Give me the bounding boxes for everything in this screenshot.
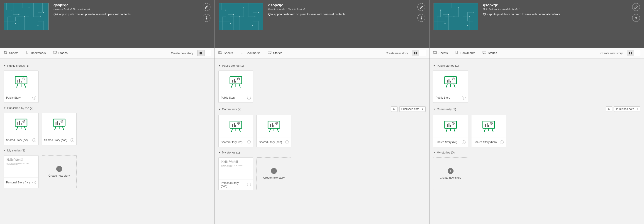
app-header: qsop2qc Data last loaded: No data loaded… xyxy=(0,0,214,48)
app-thumbnail xyxy=(434,3,478,30)
chevron-down-icon: ▼ xyxy=(433,108,436,110)
svg-point-59 xyxy=(254,16,255,17)
info-icon[interactable]: i xyxy=(32,138,36,142)
section-header[interactable]: ▼ My stories (1) xyxy=(218,150,426,155)
list-view-button[interactable] xyxy=(419,50,426,56)
chevron-down-icon: ▼ xyxy=(218,151,221,154)
svg-point-2 xyxy=(18,14,19,15)
story-title: Public Story xyxy=(436,96,460,99)
story-card[interactable]: Shared Story (rvr) i xyxy=(4,113,38,145)
list-view-button[interactable] xyxy=(204,50,211,56)
svg-rect-136 xyxy=(629,53,630,54)
app-title: qsop2qc xyxy=(54,3,198,7)
story-card[interactable]: Hello World!LOREM IPSUM DOLOR SIT AMET C… xyxy=(218,157,253,190)
info-icon[interactable]: i xyxy=(247,96,251,100)
section-title: Published by me (2) xyxy=(7,106,34,110)
create-new-story-link[interactable]: Create new story xyxy=(167,48,197,58)
info-icon[interactable]: i xyxy=(70,138,74,142)
sort-direction-button[interactable] xyxy=(391,106,398,112)
view-toggle xyxy=(412,50,426,56)
info-icon[interactable]: i xyxy=(247,183,251,186)
settings-button[interactable] xyxy=(203,14,210,22)
grid-view-button[interactable] xyxy=(198,50,204,56)
edit-button[interactable] xyxy=(632,3,640,11)
section-header[interactable]: ▼ Community (2) Published date▼ xyxy=(433,106,640,113)
info-icon[interactable]: i xyxy=(32,96,36,100)
tab-sheets[interactable]: Sheets xyxy=(430,48,451,58)
section-header[interactable]: ▼ Public stories (1) xyxy=(4,63,211,68)
story-card[interactable]: Shared Story (rvr) i xyxy=(433,115,468,147)
stories-icon xyxy=(482,51,486,55)
info-icon[interactable]: i xyxy=(285,140,289,144)
svg-line-133 xyxy=(485,53,486,54)
story-card[interactable]: Shared Story (bob) i xyxy=(256,115,292,147)
story-card[interactable]: Shared Story (bob) i xyxy=(42,113,77,145)
svg-rect-46 xyxy=(53,119,65,126)
grid-view-button[interactable] xyxy=(627,50,634,56)
section-header[interactable]: ▼ Community (2) Published date▼ xyxy=(218,106,426,113)
edit-button[interactable] xyxy=(203,3,210,11)
list-view-button[interactable] xyxy=(634,50,640,56)
svg-rect-166 xyxy=(488,125,489,127)
create-card-label: Create new story xyxy=(263,176,284,179)
create-story-card[interactable]: + Create new story xyxy=(256,157,292,190)
sort-field-dropdown[interactable]: Published date▼ xyxy=(614,106,640,112)
svg-rect-157 xyxy=(448,123,450,127)
stories-icon xyxy=(268,51,272,55)
sort-direction-button[interactable] xyxy=(606,106,612,112)
story-card[interactable]: Public Story i xyxy=(433,70,468,103)
info-icon[interactable]: i xyxy=(32,181,36,184)
story-card[interactable]: Public Story i xyxy=(218,70,253,103)
svg-rect-88 xyxy=(232,80,233,82)
svg-line-104 xyxy=(270,128,271,132)
tab-stories[interactable]: Stories xyxy=(50,48,71,58)
tab-stories[interactable]: Stories xyxy=(479,48,501,58)
story-card[interactable]: Hello World!LOREM IPSUM DOLOR SIT AMET C… xyxy=(4,155,38,188)
app-description: Qlik app to push from on prem to saas wi… xyxy=(483,13,627,16)
tab-bookmarks[interactable]: Bookmarks xyxy=(451,48,479,58)
svg-point-120 xyxy=(636,18,637,18)
tab-sheets[interactable]: Sheets xyxy=(0,48,22,58)
tab-bookmarks[interactable]: Bookmarks xyxy=(236,48,264,58)
edit-button[interactable] xyxy=(418,3,425,11)
story-section: ▼ Public stories (1) Public Story i xyxy=(433,63,640,103)
create-new-story-link[interactable]: Create new story xyxy=(596,48,627,58)
create-story-card[interactable]: + Create new story xyxy=(433,157,468,190)
svg-point-58 xyxy=(239,16,240,17)
svg-point-56 xyxy=(233,14,234,15)
story-card[interactable]: Shared Story (bob) i xyxy=(471,115,506,147)
chevron-down-icon: ▼ xyxy=(218,108,221,110)
info-icon[interactable]: i xyxy=(247,140,251,144)
settings-button[interactable] xyxy=(632,14,640,22)
settings-button[interactable] xyxy=(418,14,425,22)
create-new-story-link[interactable]: Create new story xyxy=(382,48,412,58)
svg-rect-23 xyxy=(200,52,201,53)
section-header[interactable]: ▼ Published by me (2) xyxy=(4,106,211,111)
app-subtitle: Data last loaded: No data loaded xyxy=(268,8,412,10)
section-header[interactable]: ▼ Public stories (1) xyxy=(433,63,640,68)
story-card[interactable]: Public Story i xyxy=(4,70,38,103)
section-title: Community (2) xyxy=(222,108,241,111)
story-title: Personal Story (rvr) xyxy=(6,181,31,184)
info-icon[interactable]: i xyxy=(462,140,466,144)
section-header[interactable]: ▼ My stories (1) xyxy=(4,148,211,153)
info-icon[interactable]: i xyxy=(500,140,504,144)
create-story-card[interactable]: + Create new story xyxy=(42,155,77,188)
story-thumbnail xyxy=(42,113,76,135)
story-title: Personal Story (bob) xyxy=(221,182,246,188)
svg-rect-131 xyxy=(483,51,486,53)
tab-bookmarks[interactable]: Bookmarks xyxy=(22,48,49,58)
chevron-down-icon: ▼ xyxy=(4,64,6,67)
sheets-icon xyxy=(4,51,7,55)
section-header[interactable]: ▼ Public stories (1) xyxy=(218,63,426,68)
info-icon[interactable]: i xyxy=(462,96,466,100)
svg-rect-43 xyxy=(19,121,20,125)
grid-view-button[interactable] xyxy=(412,50,419,56)
tab-stories[interactable]: Stories xyxy=(264,48,286,58)
svg-point-57 xyxy=(243,8,244,8)
sort-field-dropdown[interactable]: Published date▼ xyxy=(399,106,426,112)
svg-line-47 xyxy=(55,126,56,130)
story-card[interactable]: Shared Story (rvr) i xyxy=(218,115,253,147)
section-header[interactable]: ▼ My stories (0) xyxy=(433,150,640,155)
tab-sheets[interactable]: Sheets xyxy=(215,48,236,58)
